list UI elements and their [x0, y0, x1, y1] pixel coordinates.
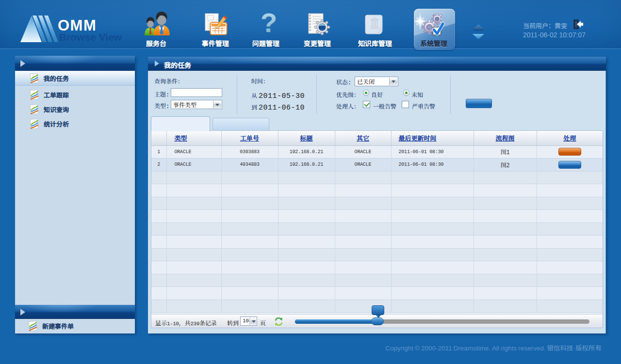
svg-text:?: ?	[261, 12, 277, 36]
